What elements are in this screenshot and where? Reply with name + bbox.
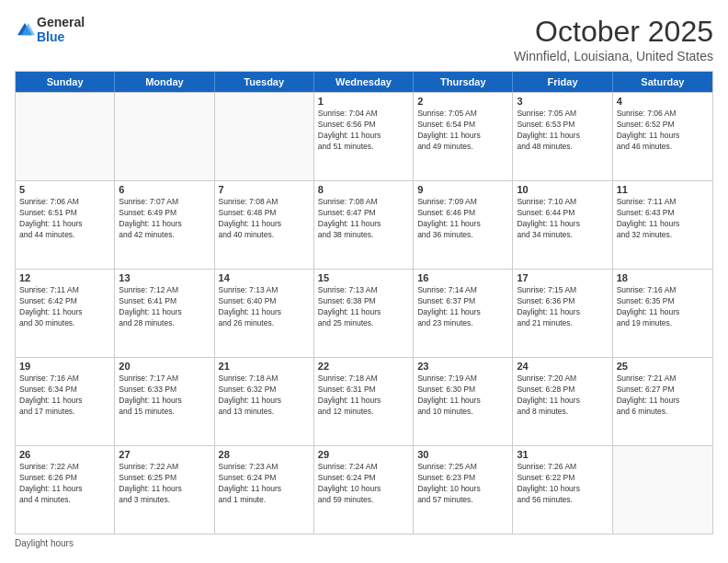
calendar-day-23: 23Sunrise: 7:19 AM Sunset: 6:30 PM Dayli… — [414, 358, 513, 445]
calendar-week-5: 26Sunrise: 7:22 AM Sunset: 6:26 PM Dayli… — [16, 445, 712, 534]
day-number: 31 — [517, 449, 608, 460]
calendar-day-5: 5Sunrise: 7:06 AM Sunset: 6:51 PM Daylig… — [16, 181, 115, 269]
day-number: 25 — [617, 361, 709, 372]
day-info: Sunrise: 7:14 AM Sunset: 6:37 PM Dayligh… — [417, 285, 508, 329]
calendar-day-26: 26Sunrise: 7:22 AM Sunset: 6:26 PM Dayli… — [16, 446, 115, 534]
calendar-empty-cell — [16, 93, 115, 180]
calendar-day-12: 12Sunrise: 7:11 AM Sunset: 6:42 PM Dayli… — [16, 270, 115, 357]
day-info: Sunrise: 7:16 AM Sunset: 6:34 PM Dayligh… — [19, 373, 110, 418]
logo-text: General Blue — [37, 15, 85, 44]
day-info: Sunrise: 7:18 AM Sunset: 6:31 PM Dayligh… — [318, 373, 409, 418]
logo-general-text: General — [37, 15, 85, 29]
day-info: Sunrise: 7:09 AM Sunset: 6:46 PM Dayligh… — [417, 197, 508, 241]
day-info: Sunrise: 7:08 AM Sunset: 6:48 PM Dayligh… — [219, 197, 310, 241]
calendar-day-22: 22Sunrise: 7:18 AM Sunset: 6:31 PM Dayli… — [314, 358, 414, 445]
day-of-week-sunday: Sunday — [16, 72, 115, 92]
calendar-day-21: 21Sunrise: 7:18 AM Sunset: 6:32 PM Dayli… — [215, 358, 314, 445]
day-info: Sunrise: 7:15 AM Sunset: 6:36 PM Dayligh… — [517, 285, 608, 329]
title-block: October 2025 Winnfield, Louisiana, Unite… — [514, 15, 713, 63]
day-number: 3 — [517, 96, 608, 107]
day-info: Sunrise: 7:12 AM Sunset: 6:41 PM Dayligh… — [119, 285, 210, 329]
calendar-day-3: 3Sunrise: 7:05 AM Sunset: 6:53 PM Daylig… — [513, 93, 612, 180]
day-number: 30 — [417, 449, 508, 460]
calendar-empty-cell — [613, 446, 712, 534]
calendar-day-17: 17Sunrise: 7:15 AM Sunset: 6:36 PM Dayli… — [513, 270, 612, 357]
day-of-week-thursday: Thursday — [414, 72, 513, 92]
day-info: Sunrise: 7:26 AM Sunset: 6:22 PM Dayligh… — [517, 462, 608, 506]
calendar-day-30: 30Sunrise: 7:25 AM Sunset: 6:23 PM Dayli… — [414, 446, 513, 534]
day-number: 10 — [517, 184, 608, 195]
day-number: 28 — [219, 449, 310, 460]
calendar-body: 1Sunrise: 7:04 AM Sunset: 6:56 PM Daylig… — [16, 92, 712, 534]
day-info: Sunrise: 7:24 AM Sunset: 6:24 PM Dayligh… — [318, 462, 409, 506]
calendar-day-18: 18Sunrise: 7:16 AM Sunset: 6:35 PM Dayli… — [613, 270, 712, 357]
calendar-day-2: 2Sunrise: 7:05 AM Sunset: 6:54 PM Daylig… — [414, 93, 513, 180]
calendar-empty-cell — [115, 93, 214, 180]
page: General Blue October 2025 Winnfield, Lou… — [0, 0, 728, 563]
header: General Blue October 2025 Winnfield, Lou… — [15, 15, 713, 63]
calendar-day-1: 1Sunrise: 7:04 AM Sunset: 6:56 PM Daylig… — [314, 93, 414, 180]
day-number: 2 — [417, 96, 508, 107]
day-number: 16 — [417, 272, 508, 283]
calendar-week-1: 1Sunrise: 7:04 AM Sunset: 6:56 PM Daylig… — [16, 92, 712, 180]
day-info: Sunrise: 7:13 AM Sunset: 6:38 PM Dayligh… — [318, 285, 409, 329]
day-number: 13 — [119, 272, 210, 283]
calendar-day-10: 10Sunrise: 7:10 AM Sunset: 6:44 PM Dayli… — [513, 181, 612, 269]
location: Winnfield, Louisiana, United States — [514, 49, 713, 63]
day-number: 19 — [19, 361, 110, 372]
calendar-day-20: 20Sunrise: 7:17 AM Sunset: 6:33 PM Dayli… — [115, 358, 214, 445]
day-number: 8 — [318, 184, 409, 195]
calendar-day-28: 28Sunrise: 7:23 AM Sunset: 6:24 PM Dayli… — [215, 446, 314, 534]
day-number: 23 — [417, 361, 508, 372]
day-info: Sunrise: 7:10 AM Sunset: 6:44 PM Dayligh… — [517, 197, 608, 241]
calendar-week-4: 19Sunrise: 7:16 AM Sunset: 6:34 PM Dayli… — [16, 357, 712, 445]
day-info: Sunrise: 7:20 AM Sunset: 6:28 PM Dayligh… — [517, 373, 608, 418]
calendar-day-29: 29Sunrise: 7:24 AM Sunset: 6:24 PM Dayli… — [314, 446, 414, 534]
calendar-week-2: 5Sunrise: 7:06 AM Sunset: 6:51 PM Daylig… — [16, 180, 712, 269]
calendar: SundayMondayTuesdayWednesdayThursdayFrid… — [15, 71, 713, 534]
day-info: Sunrise: 7:04 AM Sunset: 6:56 PM Dayligh… — [318, 109, 409, 153]
day-number: 12 — [19, 272, 110, 283]
day-number: 14 — [219, 272, 310, 283]
calendar-day-4: 4Sunrise: 7:06 AM Sunset: 6:52 PM Daylig… — [613, 93, 712, 180]
day-info: Sunrise: 7:05 AM Sunset: 6:53 PM Dayligh… — [517, 109, 608, 153]
calendar-week-3: 12Sunrise: 7:11 AM Sunset: 6:42 PM Dayli… — [16, 269, 712, 357]
calendar-day-9: 9Sunrise: 7:09 AM Sunset: 6:46 PM Daylig… — [414, 181, 513, 269]
day-number: 15 — [318, 272, 409, 283]
day-of-week-saturday: Saturday — [613, 72, 712, 92]
day-info: Sunrise: 7:16 AM Sunset: 6:35 PM Dayligh… — [617, 285, 709, 329]
calendar-day-27: 27Sunrise: 7:22 AM Sunset: 6:25 PM Dayli… — [115, 446, 214, 534]
day-number: 9 — [417, 184, 508, 195]
calendar-day-24: 24Sunrise: 7:20 AM Sunset: 6:28 PM Dayli… — [513, 358, 612, 445]
day-info: Sunrise: 7:18 AM Sunset: 6:32 PM Dayligh… — [219, 373, 310, 418]
day-number: 17 — [517, 272, 608, 283]
logo: General Blue — [15, 15, 85, 44]
day-number: 22 — [318, 361, 409, 372]
calendar-day-6: 6Sunrise: 7:07 AM Sunset: 6:49 PM Daylig… — [115, 181, 214, 269]
day-info: Sunrise: 7:23 AM Sunset: 6:24 PM Dayligh… — [219, 462, 310, 506]
calendar-day-8: 8Sunrise: 7:08 AM Sunset: 6:47 PM Daylig… — [314, 181, 414, 269]
day-info: Sunrise: 7:11 AM Sunset: 6:43 PM Dayligh… — [617, 197, 709, 241]
day-info: Sunrise: 7:22 AM Sunset: 6:25 PM Dayligh… — [119, 462, 210, 506]
calendar-header: SundayMondayTuesdayWednesdayThursdayFrid… — [16, 72, 712, 92]
calendar-day-25: 25Sunrise: 7:21 AM Sunset: 6:27 PM Dayli… — [613, 358, 712, 445]
day-info: Sunrise: 7:21 AM Sunset: 6:27 PM Dayligh… — [617, 373, 709, 418]
calendar-day-16: 16Sunrise: 7:14 AM Sunset: 6:37 PM Dayli… — [414, 270, 513, 357]
day-number: 1 — [318, 96, 409, 107]
day-info: Sunrise: 7:11 AM Sunset: 6:42 PM Dayligh… — [19, 285, 110, 329]
day-of-week-friday: Friday — [513, 72, 612, 92]
day-number: 7 — [219, 184, 310, 195]
calendar-empty-cell — [215, 93, 314, 180]
day-of-week-wednesday: Wednesday — [314, 72, 414, 92]
calendar-day-19: 19Sunrise: 7:16 AM Sunset: 6:34 PM Dayli… — [16, 358, 115, 445]
calendar-day-15: 15Sunrise: 7:13 AM Sunset: 6:38 PM Dayli… — [314, 270, 414, 357]
day-of-week-tuesday: Tuesday — [215, 72, 314, 92]
calendar-day-14: 14Sunrise: 7:13 AM Sunset: 6:40 PM Dayli… — [215, 270, 314, 357]
month-title: October 2025 — [514, 15, 713, 49]
day-number: 4 — [617, 96, 709, 107]
day-number: 18 — [617, 272, 709, 283]
day-number: 5 — [19, 184, 110, 195]
day-number: 29 — [318, 449, 409, 460]
day-info: Sunrise: 7:13 AM Sunset: 6:40 PM Dayligh… — [219, 285, 310, 329]
day-of-week-monday: Monday — [115, 72, 214, 92]
